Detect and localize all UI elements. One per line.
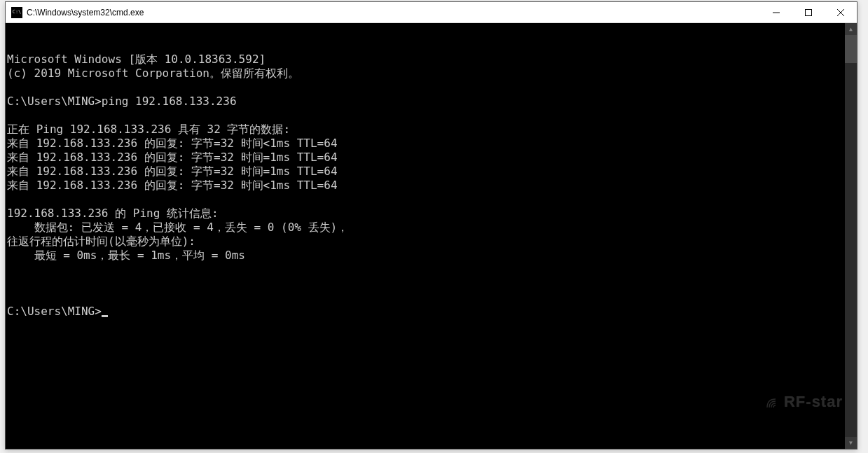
titlebar[interactable]: C:\Windows\system32\cmd.exe bbox=[6, 2, 857, 23]
minimize-button[interactable] bbox=[760, 2, 792, 22]
maximize-button[interactable] bbox=[792, 2, 825, 22]
console-line: 192.168.133.236 的 Ping 统计信息: bbox=[7, 207, 857, 221]
console-output: Microsoft Windows [版本 10.0.18363.592](c)… bbox=[7, 53, 857, 277]
maximize-icon bbox=[805, 9, 812, 16]
watermark: RF-star bbox=[694, 365, 843, 440]
prompt-text: C:\Users\MING> bbox=[7, 305, 102, 319]
scroll-up-button[interactable]: ▲ bbox=[845, 23, 857, 35]
close-icon bbox=[837, 9, 844, 16]
scroll-down-button[interactable]: ▼ bbox=[845, 437, 857, 449]
minimize-icon bbox=[773, 9, 780, 16]
console-line: (c) 2019 Microsoft Corporation。保留所有权利。 bbox=[7, 67, 857, 81]
window-controls bbox=[760, 2, 857, 22]
console-line bbox=[7, 109, 857, 123]
console-line: 来自 192.168.133.236 的回复: 字节=32 时间<1ms TTL… bbox=[7, 137, 857, 151]
console-line: C:\Users\MING>ping 192.168.133.236 bbox=[7, 95, 857, 109]
prompt-line: C:\Users\MING> bbox=[7, 305, 857, 319]
console-line: 往返行程的估计时间(以毫秒为单位): bbox=[7, 235, 857, 249]
scrollbar[interactable]: ▲ ▼ bbox=[845, 23, 857, 449]
console-line bbox=[7, 81, 857, 95]
console-line: Microsoft Windows [版本 10.0.18363.592] bbox=[7, 53, 857, 67]
console-line: 数据包: 已发送 = 4，已接收 = 4，丢失 = 0 (0% 丢失)， bbox=[7, 221, 857, 235]
cmd-icon bbox=[11, 7, 22, 18]
close-button[interactable] bbox=[825, 2, 857, 22]
console-line: 来自 192.168.133.236 的回复: 字节=32 时间=1ms TTL… bbox=[7, 151, 857, 165]
cmd-window: C:\Windows\system32\cmd.exe Microsoft Wi… bbox=[5, 1, 857, 449]
watermark-text: RF-star bbox=[784, 393, 843, 410]
console-area[interactable]: Microsoft Windows [版本 10.0.18363.592](c)… bbox=[6, 23, 857, 449]
svg-rect-1 bbox=[806, 9, 812, 15]
console-line bbox=[7, 263, 857, 277]
cursor bbox=[102, 315, 108, 317]
console-line bbox=[7, 193, 857, 207]
console-line: 来自 192.168.133.236 的回复: 字节=32 时间<1ms TTL… bbox=[7, 179, 857, 193]
scroll-track[interactable] bbox=[845, 35, 857, 437]
scroll-thumb[interactable] bbox=[845, 35, 857, 63]
window-title: C:\Windows\system32\cmd.exe bbox=[27, 8, 760, 18]
console-line: 来自 192.168.133.236 的回复: 字节=32 时间=1ms TTL… bbox=[7, 165, 857, 179]
console-line: 最短 = 0ms，最长 = 1ms，平均 = 0ms bbox=[7, 249, 857, 263]
console-line: 正在 Ping 192.168.133.236 具有 32 字节的数据: bbox=[7, 123, 857, 137]
watermark-icon bbox=[724, 379, 781, 426]
